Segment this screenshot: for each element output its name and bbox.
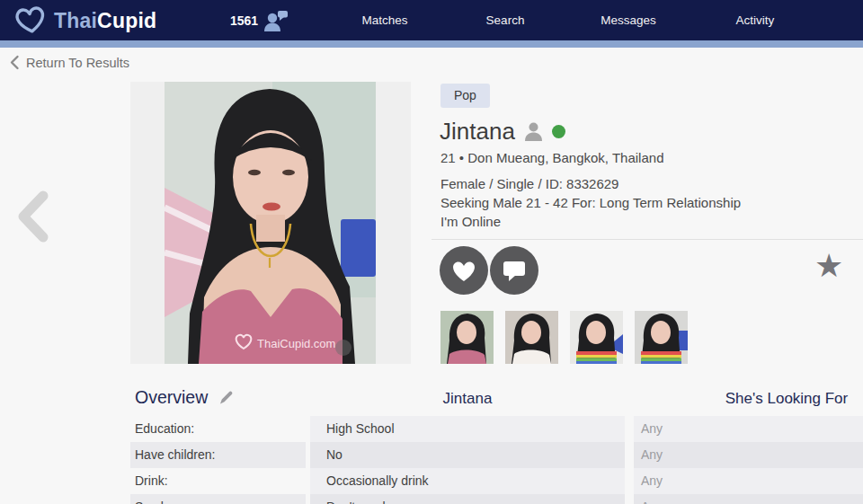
heart-icon: [450, 258, 477, 283]
photo-frame: ThaiCupid.com: [130, 82, 411, 364]
profile-name: Jintana: [440, 118, 515, 146]
table-row-smoke: Smoke: Don't smoke Any: [0, 494, 863, 504]
table-row-have-children: Have children: No Any: [0, 442, 863, 468]
looking-for-column-header: She's Looking For: [634, 390, 863, 408]
person-icon: [523, 121, 544, 142]
online-line: I'm Online: [440, 212, 741, 231]
profile-name-row: Jintana: [440, 118, 565, 146]
brand-name: ThaiCupid: [54, 9, 156, 33]
favorite-star-button[interactable]: ★: [814, 250, 843, 282]
thumbnail-photo-4[interactable]: [635, 311, 688, 364]
chevron-left-icon: [9, 55, 20, 70]
row-value: No: [310, 442, 625, 468]
row-label: Smoke:: [130, 494, 306, 504]
nav-tab-activity[interactable]: Activity: [736, 0, 775, 40]
row-preference: Any: [634, 416, 863, 442]
gender-status-id: Female / Single / ID: 8332629: [440, 174, 741, 193]
person-chat-icon: [262, 8, 289, 33]
row-value: Occasionally drink: [310, 468, 625, 494]
nav-tab-messages[interactable]: Messages: [601, 0, 656, 40]
heart-outline-icon: [13, 4, 49, 38]
seeking-line: Seeking Male 21 - 42 For: Long Term Rela…: [440, 193, 741, 212]
table-row-drink: Drink: Occasionally drink Any: [0, 468, 863, 494]
profile-page: ThaiCupid 1561 Matches Search Messages A…: [0, 0, 863, 504]
row-preference: Any: [634, 442, 863, 468]
pencil-icon[interactable]: [218, 389, 235, 406]
photo-thumbnails: [440, 311, 688, 364]
top-navbar: ThaiCupid 1561 Matches Search Messages A…: [0, 0, 863, 40]
thumbnail-photo-3[interactable]: [570, 311, 623, 364]
matches-count[interactable]: 1561: [230, 0, 289, 40]
navbar-accent-strip: [0, 40, 863, 48]
like-button[interactable]: [440, 246, 488, 295]
row-preference: Any: [634, 494, 863, 504]
table-row-education: Education: High School Any: [0, 416, 863, 442]
speech-bubble-icon: [502, 259, 527, 282]
svg-text:ThaiCupid.com: ThaiCupid.com: [257, 337, 335, 350]
row-label: Have children:: [130, 442, 306, 468]
online-status-icon: [552, 125, 565, 138]
profile-meta: Female / Single / ID: 8332629 Seeking Ma…: [440, 174, 741, 231]
row-label: Education:: [130, 416, 306, 442]
brand-logo[interactable]: ThaiCupid: [13, 3, 156, 39]
age-location: 21 • Don Mueang, Bangkok, Thailand: [440, 150, 663, 165]
return-to-results-link[interactable]: Return To Results: [9, 55, 129, 70]
profile-column-header: Jintana: [310, 390, 625, 408]
profile-photo[interactable]: ThaiCupid.com: [165, 82, 376, 364]
previous-photo-button[interactable]: [13, 190, 52, 247]
chevron-left-icon: [13, 190, 52, 243]
row-preference: Any: [634, 468, 863, 494]
pop-badge-button[interactable]: Pop: [440, 84, 490, 108]
panel-divider: [432, 239, 863, 240]
row-label: Drink:: [130, 468, 306, 494]
return-to-results-label: Return To Results: [26, 56, 129, 70]
row-value: Don't smoke: [310, 494, 625, 504]
overview-title: Overview: [135, 387, 208, 408]
matches-count-value: 1561: [230, 13, 258, 28]
row-value: High School: [310, 416, 625, 442]
thumbnail-photo-1[interactable]: [440, 311, 494, 364]
nav-tab-matches[interactable]: Matches: [361, 0, 407, 40]
overview-section-header: Overview: [135, 387, 235, 408]
overview-table: Education: High School Any Have children…: [0, 416, 863, 504]
thumbnail-photo-2[interactable]: [505, 311, 558, 364]
nav-tab-search[interactable]: Search: [486, 0, 525, 40]
message-button[interactable]: [490, 246, 538, 295]
